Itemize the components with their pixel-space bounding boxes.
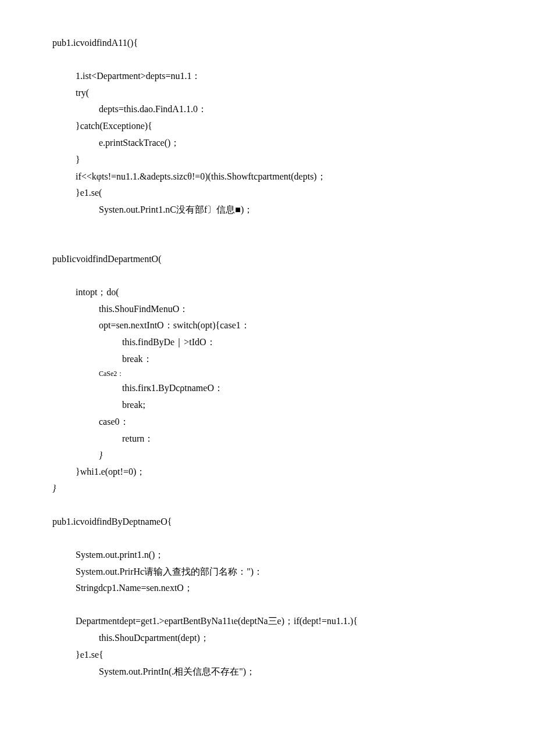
code-line: System.out.PrirHc请输入查找的部门名称：")： [52,564,483,581]
code-line: this.firк1.ByDcρtnameO： [52,380,483,397]
code-line: this.findByDe｜>tIdO： [52,334,483,351]
code-line: }whi1.e(opt!=0)； [52,464,483,481]
code-line: return： [52,431,483,447]
code-line: Stringdcp1.Name=sen.nextO； [52,580,483,597]
code-line: CaSe2： [52,368,483,381]
code-line: }catch(Exceptione){ [52,118,483,135]
code-line: }e1.se{ [52,647,483,664]
code-line: System.out.print1.n()； [52,547,483,564]
code-line: } [52,152,483,169]
code-line: depts=this.dao.FindA1.1.0： [52,101,483,118]
code-line: this.ShouDcpartment(dept)； [52,630,483,647]
code-line: } [52,447,483,464]
code-line: Departmentdept=get1.>epartBentByNa11ιe(d… [52,613,483,630]
code-line: break： [52,351,483,368]
code-line: pub1.icvoidfindA11(){ [52,35,483,52]
code-line: if<<kφts!=nu1.1.&adepts.sizcθ!=0)(this.S… [52,169,483,185]
code-line: } [52,481,483,497]
code-line: try( [52,85,483,102]
code-line: this.ShouFindMenuO： [52,301,483,318]
code-line: System.out.PrintIn(.相关信息不存在")； [52,664,483,680]
code-line: intopt；do( [52,284,483,301]
code-line: case0： [52,414,483,431]
code-line: break; [52,397,483,414]
code-line: opt=sen.nextIntO：switch(opt){case1： [52,317,483,334]
code-line: Systen.out.Print1.nC没有部f〕信息■)； [52,202,483,218]
code-line: }e1.se( [52,185,483,202]
code-line: pubIicvoidfindDepartmentO( [52,251,483,268]
code-line: e.printStackTrace()； [52,135,483,152]
code-line: pub1.icvoidfindByDeptnameO{ [52,514,483,531]
code-line: 1.ist<Department>depts=nu1.1： [52,68,483,85]
